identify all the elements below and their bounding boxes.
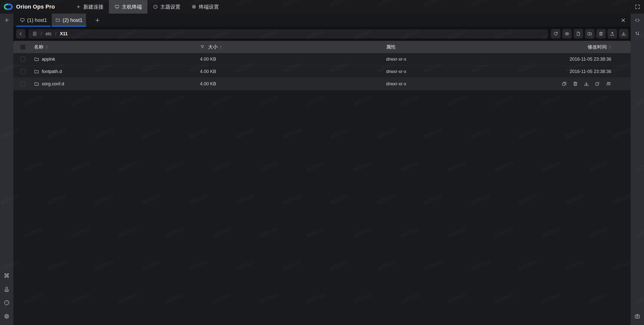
- user-switch-icon: [606, 81, 611, 87]
- back-button[interactable]: [16, 29, 25, 39]
- fullscreen-icon: [634, 4, 640, 10]
- file-row-applnk[interactable]: applnk 4.00 KB drwxr-xr-x 2016-11-05 23:…: [13, 53, 631, 65]
- close-tab-button[interactable]: [617, 14, 629, 27]
- header-size: 大小: [200, 44, 386, 50]
- header-mtime: 修改时间: [562, 44, 611, 50]
- copy-path-button[interactable]: [561, 81, 567, 87]
- left-sidebar: [0, 14, 13, 325]
- palette-icon: [153, 4, 158, 9]
- tab-label: (2) host1: [63, 17, 83, 23]
- command-shortcuts-button[interactable]: [0, 269, 13, 282]
- download-icon: [621, 31, 626, 36]
- new-tab-button[interactable]: [91, 14, 104, 27]
- nav-theme-settings[interactable]: 主题设置: [147, 0, 186, 14]
- new-folder-button[interactable]: [585, 29, 594, 39]
- settings-button[interactable]: [0, 309, 13, 323]
- nav-terminal-settings[interactable]: 终端设置: [186, 0, 224, 14]
- filter-icon[interactable]: [200, 45, 205, 49]
- row-checkbox[interactable]: [20, 57, 25, 62]
- row-checkbox[interactable]: [20, 81, 25, 86]
- folder-icon: [34, 81, 39, 87]
- change-owner-button[interactable]: [606, 81, 611, 87]
- file-name: fontpath.d: [42, 69, 62, 74]
- folder-icon: [34, 69, 39, 74]
- delete-file-button[interactable]: [573, 81, 578, 87]
- credentials-button[interactable]: [0, 282, 13, 296]
- brand: Orion Ops Pro: [0, 3, 59, 11]
- select-all-checkbox[interactable]: [20, 45, 25, 50]
- nav-label: 终端设置: [199, 4, 219, 10]
- delete-button[interactable]: [596, 29, 606, 39]
- path-separator: /: [41, 31, 42, 37]
- tab-host1-files[interactable]: (2) host1: [52, 14, 86, 27]
- row-checkbox[interactable]: [20, 69, 25, 74]
- trash-icon: [573, 81, 578, 87]
- download-button[interactable]: [619, 29, 628, 39]
- transfer-list-button[interactable]: [631, 27, 644, 40]
- sort-by-name[interactable]: 名称: [34, 44, 48, 50]
- nav-new-connection[interactable]: 新建连接: [70, 0, 109, 14]
- camera-icon: [634, 313, 640, 319]
- folder-icon: [34, 57, 39, 62]
- file-attr: drwxr-xr-x: [386, 69, 406, 74]
- header-attr: 属性: [386, 44, 562, 50]
- sort-by-mtime[interactable]: 修改时间: [588, 44, 611, 50]
- plus-icon: [76, 4, 81, 9]
- header-name: 名称: [34, 44, 200, 50]
- nav-label: 新建连接: [83, 4, 103, 10]
- plus-icon: [4, 17, 10, 23]
- file-mtime: 2016-11-05 23:38:36: [570, 69, 611, 74]
- tab-label: (1) host1: [27, 17, 47, 23]
- sort-by-size[interactable]: 大小: [208, 44, 222, 50]
- path-toolbar: / etc / X11: [13, 27, 631, 41]
- rename-icon: [595, 81, 600, 87]
- nav-label: 主机终端: [122, 4, 142, 10]
- sort-carets-icon: [609, 45, 611, 49]
- plus-icon: [95, 17, 100, 23]
- file-mtime: 2016-11-05 23:38:36: [570, 57, 611, 62]
- screenshot-button[interactable]: [631, 309, 644, 323]
- tab-host1-terminal[interactable]: (1) host1: [16, 14, 51, 27]
- fullscreen-button[interactable]: [631, 0, 644, 14]
- close-icon: [620, 17, 626, 23]
- file-table-header: 名称 大小 属性 修改时间: [13, 41, 631, 53]
- topbar: Orion Ops Pro 新建连接 主机终端 主题设置 终端设置: [0, 0, 644, 14]
- refresh-button[interactable]: [551, 29, 560, 39]
- column-label: 名称: [34, 44, 44, 50]
- path-breadcrumb[interactable]: / etc / X11: [28, 29, 548, 39]
- command-icon: [4, 272, 10, 279]
- stamp-icon: [4, 286, 10, 292]
- file-row-fontpath[interactable]: fontpath.d 4.00 KB drwxr-xr-x 2016-11-05…: [13, 65, 631, 78]
- path-separator: /: [55, 31, 56, 37]
- app-logo-icon: [4, 3, 13, 11]
- tabstrip-spacer: [104, 14, 617, 27]
- add-connection-button[interactable]: [0, 14, 13, 27]
- breadcrumb-etc[interactable]: etc: [46, 31, 52, 37]
- file-icon: [576, 31, 581, 36]
- breadcrumb-current[interactable]: X11: [60, 31, 68, 37]
- download-file-button[interactable]: [584, 81, 589, 87]
- file-attr: drwxr-xr-x: [386, 81, 406, 87]
- palette-icon: [4, 300, 10, 306]
- download-icon: [584, 81, 589, 87]
- tab-strip: (1) host1 (2) host1: [13, 14, 631, 27]
- script-panel-button[interactable]: [631, 14, 644, 27]
- rename-file-button[interactable]: [595, 81, 600, 87]
- chevron-left-icon: [18, 31, 23, 36]
- upload-icon: [610, 31, 615, 36]
- upload-button[interactable]: [608, 29, 617, 39]
- theme-button[interactable]: [0, 296, 13, 309]
- nav-label: 主题设置: [160, 4, 180, 10]
- new-file-button[interactable]: [574, 29, 583, 39]
- file-row-xorg-conf[interactable]: xorg.conf.d 4.00 KB drwxr-xr-x: [13, 78, 631, 90]
- sort-vertical-icon: [634, 30, 640, 37]
- file-name: xorg.conf.d: [42, 81, 64, 87]
- copy-icon: [561, 81, 567, 87]
- nav-host-terminal[interactable]: 主机终端: [109, 0, 147, 14]
- monitor-icon: [114, 4, 119, 9]
- show-hidden-button[interactable]: [562, 29, 572, 39]
- row-actions: [561, 81, 611, 87]
- gear-icon: [4, 313, 10, 319]
- trash-icon: [598, 31, 603, 36]
- sort-carets-icon: [46, 45, 48, 49]
